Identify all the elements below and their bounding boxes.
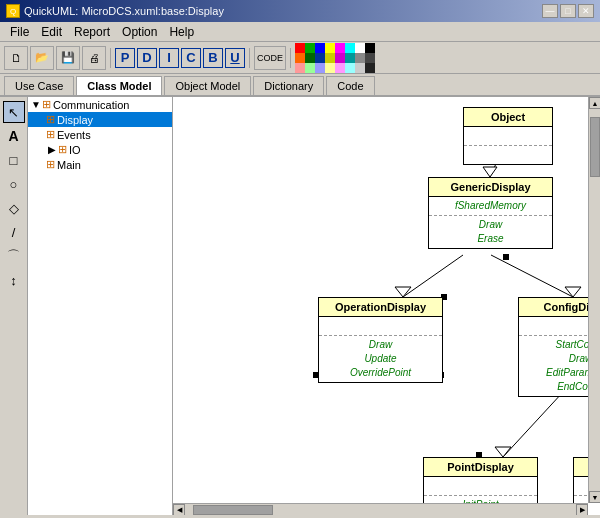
uml-class-genericdisplay[interactable]: GenericDisplayfSharedMemoryDraw Erase <box>428 177 553 249</box>
toolbar-open[interactable]: 📂 <box>30 46 54 70</box>
tool-select[interactable]: ↖ <box>3 101 25 123</box>
class-attrs-empty-object <box>464 127 552 146</box>
folder-icon: ⊞ <box>42 98 51 111</box>
scroll-down-arrow[interactable]: ▼ <box>589 491 600 503</box>
tab-objectmodel[interactable]: Object Model <box>164 76 251 95</box>
color-swatch[interactable] <box>335 63 345 73</box>
color-swatch[interactable] <box>365 53 375 63</box>
tool-resize[interactable]: ↕ <box>3 269 25 291</box>
close-button[interactable]: ✕ <box>578 4 594 18</box>
color-swatch[interactable] <box>315 53 325 63</box>
color-swatch[interactable] <box>295 53 305 63</box>
tree-label-display: Display <box>57 114 93 126</box>
color-swatch[interactable] <box>345 53 355 63</box>
svg-rect-10 <box>503 254 509 260</box>
color-swatch[interactable] <box>365 43 375 53</box>
menu-option[interactable]: Option <box>116 23 163 41</box>
toolbar-i[interactable]: I <box>159 48 179 68</box>
menu-edit[interactable]: Edit <box>35 23 68 41</box>
uml-class-operationdisplay[interactable]: OperationDisplay Draw Update OverridePoi… <box>318 297 443 383</box>
tool-arc[interactable]: ⌒ <box>3 245 25 267</box>
scroll-thumb-v[interactable] <box>590 117 600 177</box>
svg-marker-5 <box>565 287 581 297</box>
tree-label-io: IO <box>69 144 81 156</box>
tree-item-communication[interactable]: ▼ ⊞ Communication <box>28 97 172 112</box>
menu-help[interactable]: Help <box>163 23 200 41</box>
vertical-scrollbar[interactable]: ▲ ▼ <box>588 97 600 503</box>
color-swatch[interactable] <box>345 63 355 73</box>
scroll-thumb-h[interactable] <box>193 505 273 515</box>
scroll-up-arrow[interactable]: ▲ <box>589 97 600 109</box>
color-swatch[interactable] <box>295 43 305 53</box>
tool-text[interactable]: A <box>3 125 25 147</box>
tree-item-main[interactable]: ⊞ Main <box>28 157 172 172</box>
tree-item-events[interactable]: ⊞ Events <box>28 127 172 142</box>
tool-diamond[interactable]: ◇ <box>3 197 25 219</box>
scroll-left-arrow[interactable]: ◀ <box>173 504 185 515</box>
tab-usecase[interactable]: Use Case <box>4 76 74 95</box>
color-swatch[interactable] <box>305 63 315 73</box>
left-toolbar: ↖ A □ ○ ◇ / ⌒ ↕ <box>0 97 28 515</box>
class-name-object: Object <box>464 108 552 127</box>
tool-line[interactable]: / <box>3 221 25 243</box>
class-name-operationdisplay: OperationDisplay <box>319 298 442 317</box>
class-methods-operationdisplay: Draw Update OverridePoint <box>319 336 442 382</box>
color-swatch[interactable] <box>305 53 315 63</box>
uml-class-object[interactable]: Object <box>463 107 553 165</box>
folder-icon-4: ⊞ <box>58 143 67 156</box>
color-swatch[interactable] <box>335 43 345 53</box>
tree-label-main: Main <box>57 159 81 171</box>
minimize-button[interactable]: — <box>542 4 558 18</box>
color-swatch[interactable] <box>325 53 335 63</box>
color-swatch[interactable] <box>305 43 315 53</box>
tab-dictionary[interactable]: Dictionary <box>253 76 324 95</box>
tool-ellipse[interactable]: ○ <box>3 173 25 195</box>
color-swatch[interactable] <box>355 63 365 73</box>
toolbar-p[interactable]: P <box>115 48 135 68</box>
toolbar-code[interactable]: CODE <box>254 46 286 70</box>
svg-line-2 <box>403 255 463 297</box>
canvas-panel[interactable]: Object GenericDisplayfSharedMemoryDraw E… <box>173 97 600 515</box>
toolbar-b[interactable]: B <box>203 48 223 68</box>
toolbar-u[interactable]: U <box>225 48 245 68</box>
color-palette <box>295 43 375 73</box>
tree-item-io[interactable]: ▶ ⊞ IO <box>28 142 172 157</box>
class-attrs-empty-pointdisplay <box>424 477 537 496</box>
tab-code[interactable]: Code <box>326 76 374 95</box>
color-swatch[interactable] <box>355 43 365 53</box>
toolbar-d[interactable]: D <box>137 48 157 68</box>
toolbar-save[interactable]: 💾 <box>56 46 80 70</box>
color-swatch[interactable] <box>355 53 365 63</box>
color-swatch[interactable] <box>315 63 325 73</box>
color-swatch[interactable] <box>295 63 305 73</box>
class-name-genericdisplay: GenericDisplay <box>429 178 552 197</box>
color-swatch[interactable] <box>345 43 355 53</box>
svg-line-6 <box>503 392 563 457</box>
tab-classmodel[interactable]: Class Model <box>76 76 162 95</box>
tree-label-events: Events <box>57 129 91 141</box>
color-swatch[interactable] <box>315 43 325 53</box>
color-swatch[interactable] <box>335 53 345 63</box>
color-swatch[interactable] <box>325 63 335 73</box>
tool-rectangle[interactable]: □ <box>3 149 25 171</box>
class-methods-empty-object <box>464 146 552 164</box>
tree-expander: ▼ <box>30 99 42 110</box>
window-controls[interactable]: — □ ✕ <box>542 4 594 18</box>
maximize-button[interactable]: □ <box>560 4 576 18</box>
tree-panel: ▼ ⊞ Communication ⊞ Display ⊞ Events ▶ ⊞… <box>28 97 173 515</box>
menu-report[interactable]: Report <box>68 23 116 41</box>
separator-3 <box>290 48 291 68</box>
tree-label-communication: Communication <box>53 99 129 111</box>
horizontal-scrollbar[interactable]: ◀ ▶ <box>173 503 588 515</box>
separator-2 <box>249 48 250 68</box>
toolbar-print[interactable]: 🖨 <box>82 46 106 70</box>
toolbar-c[interactable]: C <box>181 48 201 68</box>
folder-icon-3: ⊞ <box>46 128 55 141</box>
tree-item-display[interactable]: ⊞ Display <box>28 112 172 127</box>
color-swatch[interactable] <box>365 63 375 73</box>
color-swatch[interactable] <box>325 43 335 53</box>
toolbar-new[interactable]: 🗋 <box>4 46 28 70</box>
svg-marker-3 <box>395 287 411 297</box>
scroll-right-arrow[interactable]: ▶ <box>576 504 588 515</box>
menu-file[interactable]: File <box>4 23 35 41</box>
